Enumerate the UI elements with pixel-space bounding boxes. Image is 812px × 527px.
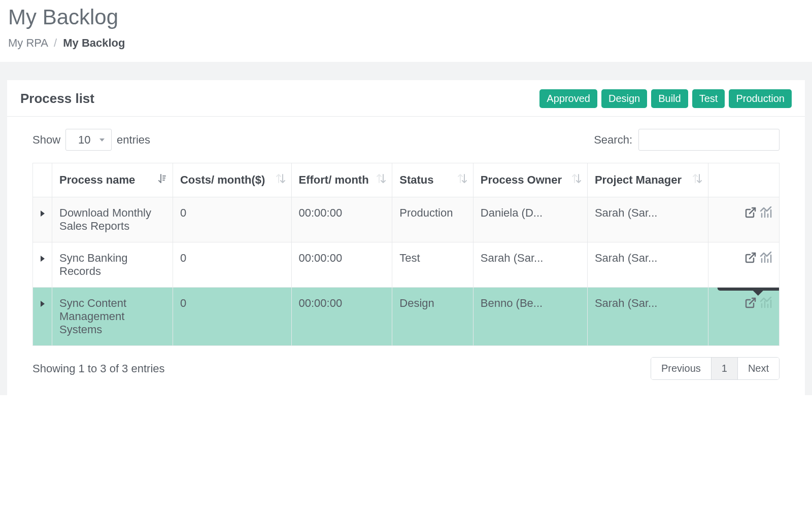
cell-owner: Sarah (Sar...	[473, 242, 587, 288]
pagination-next[interactable]: Next	[738, 358, 779, 379]
open-process-icon[interactable]	[745, 252, 757, 264]
cell-status: Test	[392, 242, 473, 288]
cell-process-name: Sync Content Management Systems	[52, 288, 173, 346]
cell-pm: Sarah (Sar...	[587, 197, 708, 242]
cell-costs: 0	[173, 197, 291, 242]
cell-costs: 0	[173, 242, 291, 288]
cell-actions	[708, 242, 780, 288]
col-process-name[interactable]: Process name	[52, 163, 173, 197]
status-filter-design[interactable]: Design	[601, 89, 647, 108]
breadcrumb-current: My Backlog	[63, 37, 125, 49]
col-owner[interactable]: Process Owner	[473, 163, 587, 197]
caret-right-icon	[41, 210, 45, 217]
cell-effort: 00:00:00	[291, 288, 392, 346]
cell-costs: 0	[173, 288, 291, 346]
cell-process-name: Download Monthly Sales Reports	[52, 197, 173, 242]
table-row: Sync Banking Records000:00:00TestSarah (…	[33, 242, 780, 288]
cell-effort: 00:00:00	[291, 197, 392, 242]
sort-icon	[572, 173, 581, 187]
table-row: Download Monthly Sales Reports000:00:00P…	[33, 197, 780, 242]
caret-right-icon	[41, 301, 45, 307]
status-filter-approved[interactable]: Approved	[539, 89, 597, 108]
search-label: Search:	[594, 133, 632, 147]
search-control: Search:	[594, 129, 780, 151]
svg-line-0	[750, 208, 755, 214]
expand-toggle[interactable]	[33, 242, 52, 288]
page-title: My Backlog	[8, 5, 804, 29]
col-expand	[33, 163, 52, 197]
col-pm[interactable]: Project Manager	[587, 163, 708, 197]
breadcrumb-separator: /	[54, 37, 57, 49]
cell-pm: Sarah (Sar...	[587, 242, 708, 288]
col-effort[interactable]: Effort/ month	[291, 163, 392, 197]
svg-line-10	[750, 298, 755, 304]
cell-process-name: Sync Banking Records	[52, 242, 173, 288]
caret-right-icon	[41, 256, 45, 262]
breadcrumb: My RPA / My Backlog	[8, 37, 804, 50]
sort-icon	[458, 173, 467, 187]
process-table: Process name Costs/ month($)	[32, 163, 780, 346]
open-process-icon[interactable]	[745, 297, 757, 309]
sort-icon	[693, 173, 702, 187]
entries-label: entries	[117, 133, 150, 147]
breadcrumb-parent[interactable]: My RPA	[8, 37, 48, 49]
sort-icon	[276, 173, 285, 187]
card-title: Process list	[20, 91, 94, 107]
cell-effort: 00:00:00	[291, 242, 392, 288]
entries-select[interactable]: 10	[65, 129, 112, 151]
status-filter-production[interactable]: Production	[729, 89, 792, 108]
cell-status: Design	[392, 288, 473, 346]
cell-actions: Open process	[708, 288, 780, 346]
status-filter-group: ApprovedDesignBuildTestProduction	[539, 89, 792, 108]
cell-owner: Benno (Be...	[473, 288, 587, 346]
col-costs[interactable]: Costs/ month($)	[173, 163, 291, 197]
cell-pm: Sarah (Sar...	[587, 288, 708, 346]
chart-icon[interactable]	[760, 206, 772, 219]
status-filter-build[interactable]: Build	[651, 89, 688, 108]
pagination-previous[interactable]: Previous	[651, 358, 712, 379]
col-actions	[708, 163, 780, 197]
expand-toggle[interactable]	[33, 288, 52, 346]
show-label: Show	[32, 133, 60, 147]
search-input[interactable]	[638, 129, 780, 151]
cell-actions	[708, 197, 780, 242]
tooltip-open-process: Open process	[718, 288, 780, 291]
pagination: Previous 1 Next	[651, 357, 780, 380]
table-row: Sync Content Management Systems000:00:00…	[33, 288, 780, 346]
col-status[interactable]: Status	[392, 163, 473, 197]
chart-icon[interactable]	[760, 297, 772, 309]
cell-owner: Daniela (D...	[473, 197, 587, 242]
chart-icon[interactable]	[760, 252, 772, 264]
open-process-icon[interactable]	[745, 206, 757, 219]
sort-icon	[377, 173, 386, 187]
length-control: Show 10 entries	[32, 129, 150, 151]
cell-status: Production	[392, 197, 473, 242]
table-info: Showing 1 to 3 of 3 entries	[32, 362, 165, 375]
status-filter-test[interactable]: Test	[692, 89, 725, 108]
expand-toggle[interactable]	[33, 197, 52, 242]
pagination-page-1[interactable]: 1	[712, 358, 738, 379]
sort-icon	[157, 173, 166, 187]
svg-line-5	[750, 253, 755, 259]
